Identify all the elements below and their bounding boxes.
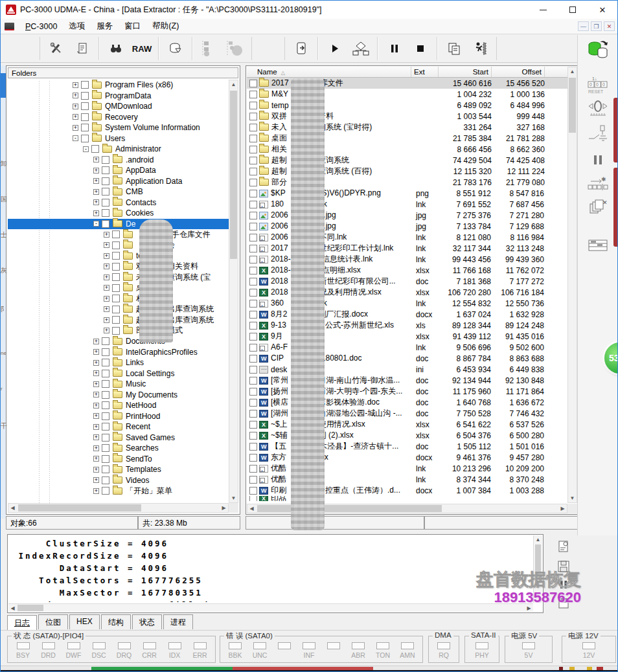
tree-checkbox[interactable] [112,327,120,335]
tab[interactable]: 日志 [7,615,37,630]
scroll-up-arrow[interactable]: ▲ [229,80,238,89]
tree-checkbox[interactable] [112,295,120,302]
file-checkbox[interactable] [249,454,257,462]
scroll-left-arrow[interactable]: ◀ [8,604,17,612]
tree-expander[interactable]: + [73,114,78,120]
tree-checkbox[interactable] [81,81,89,89]
file-checkbox[interactable] [249,102,257,109]
tab[interactable]: 状态 [132,614,162,629]
scroll-up-arrow[interactable]: ▲ [534,535,542,544]
file-checkbox[interactable] [249,311,257,319]
tree-expander[interactable]: + [104,285,109,291]
tree-item[interactable]: + 9月接手仓库文件 [8,229,229,240]
file-checkbox[interactable] [249,267,257,274]
list-vertical-scrollbar[interactable]: ▲ ▼ [567,67,577,503]
scroll-right-arrow[interactable]: ▶ [220,504,228,512]
tree-checkbox[interactable] [102,455,109,463]
tree-item[interactable]: + SendTo [8,454,229,465]
column-header-offset[interactable]: Offset [492,67,545,77]
tree-checkbox[interactable] [102,444,109,452]
scroll-left-arrow[interactable]: ◀ [8,504,17,512]
tree-expander[interactable]: + [104,306,109,312]
disk-utility-icon[interactable] [163,38,189,59]
tree-expander[interactable]: + [93,370,99,376]
tree-checkbox[interactable] [91,145,99,153]
tree-item[interactable]: + Cookies [8,208,229,219]
map-build-icon[interactable] [222,38,248,59]
tree-checkbox[interactable] [102,380,109,388]
menu-services[interactable]: 服务 [91,19,119,34]
tree-expander[interactable]: + [93,488,99,494]
tree-checkbox[interactable] [81,135,89,142]
file-checkbox[interactable] [249,80,257,87]
tree-checkbox[interactable] [102,348,109,356]
tree-expander[interactable]: + [73,93,78,98]
tree-expander[interactable]: + [93,189,99,195]
file-checkbox[interactable] [249,278,257,286]
tree-checkbox[interactable] [102,487,109,495]
relay-icon[interactable] [587,124,609,144]
tree-expander[interactable]: + [104,263,109,269]
column-header-ext[interactable]: Ext [411,67,439,77]
pause-strip-icon[interactable] [587,150,609,170]
tree-item[interactable]: + Searches [8,443,229,454]
tools-icon[interactable] [43,38,69,59]
tree-item[interactable]: + Application Data [8,176,229,187]
tree-expander[interactable]: + [104,317,109,323]
tree-item[interactable]: + 「开始」菜单 [8,486,229,497]
tree-checkbox[interactable] [81,113,89,121]
tree-checkbox[interactable] [102,166,109,174]
tree-checkbox[interactable] [81,102,89,110]
file-checkbox[interactable] [249,245,257,252]
tree-expander[interactable]: + [104,253,109,259]
tree-expander[interactable]: + [93,403,99,409]
scroll-down-arrow[interactable]: ▼ [568,494,577,502]
tree-expander[interactable]: + [73,125,78,131]
column-header-name[interactable]: Name△ [247,67,411,77]
file-checkbox[interactable] [249,168,257,175]
menu-pc3000[interactable]: PC-3000 [19,20,63,33]
tree-checkbox[interactable] [102,370,109,377]
file-checkbox[interactable] [249,212,257,219]
maximize-button[interactable] [558,1,588,19]
file-checkbox[interactable] [249,333,257,341]
copy-remove-icon[interactable]: ✕ [587,198,609,218]
tree-item[interactable]: + System Volume Information [8,122,229,133]
tab[interactable]: 结构 [101,614,131,629]
tree-item[interactable]: + 超制 出库查询系统 [8,304,229,315]
file-checkbox[interactable] [249,432,257,440]
tree-item[interactable]: + 桌面 [8,283,229,294]
file-checkbox[interactable] [249,223,257,230]
tree-expander[interactable]: + [93,339,99,344]
tree-item[interactable]: + 部分 模式 [8,326,229,337]
tab[interactable]: 进程 [163,614,193,629]
ammeter-icon[interactable] [587,100,609,119]
tree-item[interactable]: + Recent [8,421,229,432]
tree-expander[interactable]: + [93,349,99,355]
file-checkbox[interactable] [249,322,257,330]
tree-checkbox[interactable] [112,284,120,292]
tree-item[interactable]: + 超制 出库查询系统 [8,315,229,326]
tree-item[interactable]: + AppData [8,165,229,176]
report-icon[interactable] [555,539,572,555]
file-checkbox[interactable] [249,443,257,451]
tree-expander[interactable]: + [93,199,99,205]
file-checkbox[interactable] [249,124,257,131]
tree-expander[interactable]: + [73,104,78,109]
file-checkbox[interactable] [249,399,257,407]
tree-expander[interactable]: + [104,274,109,280]
raw-mode-icon[interactable]: RAW [129,38,155,59]
file-checkbox[interactable] [249,201,257,208]
scroll-thumb[interactable] [17,605,43,611]
tree-checkbox[interactable] [102,199,109,207]
tree-expander[interactable]: + [93,434,99,440]
tree-checkbox[interactable] [102,391,109,399]
script-icon[interactable] [69,38,95,59]
tree-item[interactable]: + Program Files (x86) [8,80,229,91]
flowchart-icon[interactable] [348,38,374,59]
close-button[interactable]: ✕ [588,1,617,19]
scroll-right-arrow[interactable]: ▶ [525,604,533,612]
tree-item[interactable]: + IntelGraphicsProfiles [8,347,229,358]
tree-expander[interactable]: + [93,381,99,387]
tree-checkbox[interactable] [102,156,109,164]
